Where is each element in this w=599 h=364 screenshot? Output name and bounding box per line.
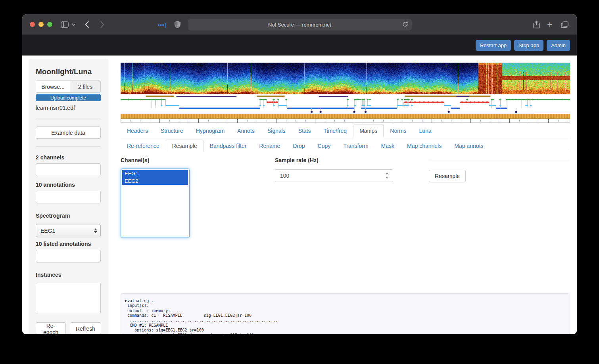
channel-filter-input[interactable]: [36, 163, 101, 176]
signal-figure: [121, 63, 570, 123]
subtab-copy[interactable]: Copy: [311, 140, 337, 152]
tab-group-icon[interactable]: •••|: [158, 14, 166, 35]
forward-button[interactable]: [100, 14, 104, 35]
divider: [429, 161, 570, 161]
subtab-map-channels[interactable]: Map channels: [401, 140, 448, 152]
spectrogram-plot[interactable]: [121, 63, 570, 94]
reload-icon[interactable]: [402, 21, 408, 27]
new-tab-icon[interactable]: +: [547, 14, 553, 35]
tab-annots[interactable]: Annots: [231, 125, 261, 137]
epoch-time-axis[interactable]: [121, 119, 570, 123]
hypnogram-annotation-plot[interactable]: [121, 94, 570, 114]
tab-overview-icon[interactable]: [561, 14, 568, 35]
subtab-map-annots[interactable]: Map annots: [448, 140, 490, 152]
browser-toolbar: •••| Not Secure — remnrem.net +: [22, 14, 577, 35]
spectrogram-channel-select[interactable]: EEG1: [36, 224, 101, 237]
file-count-label: 2 files: [70, 81, 100, 92]
console-output: evaluating... input(s): output : :memory…: [125, 299, 566, 334]
zoom-button[interactable]: [47, 22, 52, 27]
subtab-transform[interactable]: Transform: [337, 140, 374, 152]
resample-button[interactable]: Resample: [429, 170, 466, 182]
sidebar-toggle-icon[interactable]: [61, 14, 69, 35]
channels-label: Channel(s): [121, 157, 149, 163]
divider: [36, 146, 101, 147]
tab-signals[interactable]: Signals: [261, 125, 292, 137]
tab-norms[interactable]: Norms: [384, 125, 413, 137]
upload-progress-bar: Upload complete: [36, 94, 101, 101]
minimize-button[interactable]: [38, 22, 44, 27]
tab-timefreq[interactable]: Time/freq: [317, 125, 353, 137]
address-bar[interactable]: Not Secure — remnrem.net: [188, 19, 412, 31]
instances-textarea[interactable]: [36, 283, 101, 314]
tab-manips[interactable]: Manips: [353, 125, 384, 137]
sample-rate-field: [275, 169, 393, 182]
listed-annotations-label: 10 listed annotations: [36, 241, 101, 247]
sample-rate-label: Sample rate (Hz): [275, 157, 319, 163]
admin-button[interactable]: Admin: [547, 40, 570, 51]
channels-count-label: 2 channels: [36, 154, 101, 161]
close-button[interactable]: [30, 22, 35, 27]
spectrogram-label: Spectrogram: [36, 213, 101, 219]
number-stepper-icon[interactable]: [385, 172, 390, 180]
instances-label: Instances: [36, 272, 101, 278]
tab-headers[interactable]: Headers: [121, 125, 154, 137]
channel-option-eeg2[interactable]: EEG2: [122, 177, 188, 185]
restart-app-button[interactable]: Restart app: [476, 40, 511, 51]
tab-luna[interactable]: Luna: [413, 125, 438, 137]
main-content: Headers Structure Hypnogram Annots Signa…: [121, 56, 570, 334]
uploaded-filename: learn-nsrr01.edf: [36, 105, 101, 111]
sidebar-panel: Moonlight/Luna Browse... 2 files Upload …: [29, 59, 108, 334]
browse-button[interactable]: Browse...: [36, 81, 70, 92]
subtab-mask[interactable]: Mask: [375, 140, 401, 152]
tab-hypnogram[interactable]: Hypnogram: [190, 125, 231, 137]
file-upload-control[interactable]: Browse... 2 files: [36, 80, 101, 93]
tab-structure[interactable]: Structure: [154, 125, 190, 137]
subtab-re-reference[interactable]: Re-reference: [121, 140, 166, 152]
spectrogram-selected-value: EEG1: [40, 228, 94, 234]
channel-option-eeg1[interactable]: EEG1: [122, 170, 188, 177]
app-title: Moonlight/Luna: [36, 67, 101, 76]
channel-listbox[interactable]: EEG1 EEG2: [121, 169, 190, 238]
example-data-button[interactable]: Example data: [36, 126, 101, 139]
listed-annotations-input[interactable]: [36, 250, 101, 262]
url-text: Not Secure — remnrem.net: [268, 22, 331, 28]
browser-window: •••| Not Secure — remnrem.net + Restar: [22, 14, 577, 334]
stop-app-button[interactable]: Stop app: [514, 40, 543, 51]
select-stepper-icon: [94, 228, 97, 233]
divider: [36, 119, 101, 119]
share-icon[interactable]: [533, 14, 540, 35]
annotations-count-label: 10 annotations: [36, 182, 101, 188]
refresh-button[interactable]: Refresh: [70, 322, 101, 334]
tab-stats[interactable]: Stats: [292, 125, 317, 137]
resample-panel: Channel(s) Sample rate (Hz) EEG1 EEG2 Re…: [121, 152, 570, 293]
manips-subtabs: Re-reference Resample Bandpass filter Re…: [121, 140, 570, 152]
chevron-down-icon[interactable]: [72, 14, 76, 35]
privacy-shield-icon[interactable]: [175, 14, 180, 35]
re-epoch-button[interactable]: Re-epoch: [36, 322, 66, 334]
subtab-resample[interactable]: Resample: [166, 140, 204, 152]
annotation-filter-input[interactable]: [36, 191, 101, 203]
console-output-box: evaluating... input(s): output : :memory…: [121, 293, 570, 334]
mask-bar[interactable]: [121, 114, 570, 119]
main-tabs: Headers Structure Hypnogram Annots Signa…: [121, 125, 570, 137]
subtab-bandpass-filter[interactable]: Bandpass filter: [204, 140, 253, 152]
app-header: Restart app Stop app Admin: [22, 35, 577, 56]
app-body: Moonlight/Luna Browse... 2 files Upload …: [22, 56, 577, 334]
sample-rate-input[interactable]: [275, 169, 393, 182]
back-button[interactable]: [85, 14, 89, 35]
subtab-rename[interactable]: Rename: [253, 140, 286, 152]
subtab-drop[interactable]: Drop: [286, 140, 311, 152]
